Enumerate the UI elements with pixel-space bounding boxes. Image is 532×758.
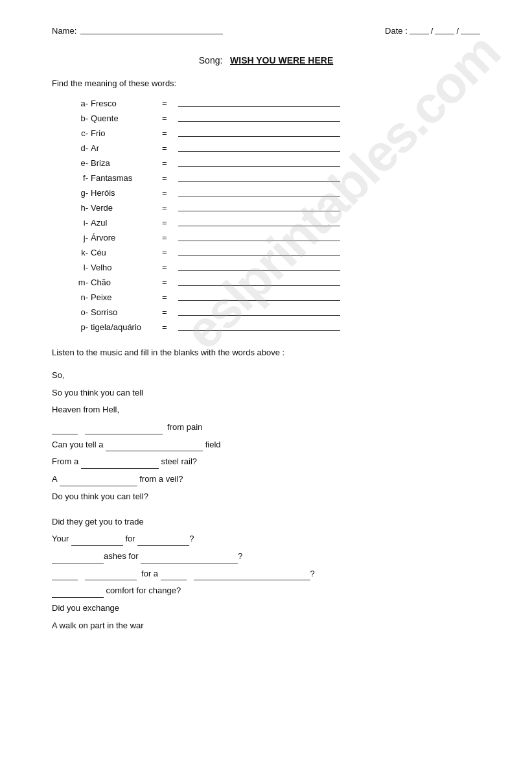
vocab-row: n- Peixe = <box>71 292 480 302</box>
vocab-letter: g- <box>71 188 91 198</box>
vocab-answer-line[interactable] <box>178 330 340 331</box>
vocab-word: Heróis <box>91 188 162 198</box>
lyrics-section: So, So you think you can tell Heaven fro… <box>52 368 480 634</box>
lyric-line: for a ? <box>52 566 480 582</box>
vocab-answer-line[interactable] <box>178 181 340 182</box>
vocab-word: Peixe <box>91 292 162 302</box>
vocab-word: Frio <box>91 128 162 138</box>
vocab-row: o- Sorriso = <box>71 307 480 317</box>
lyric-blank[interactable] <box>85 580 137 580</box>
vocab-row: p- tigela/aquário = <box>71 322 480 332</box>
date-label: Date : <box>385 26 408 36</box>
lyric-line: From a steel rail? <box>52 454 480 470</box>
vocab-word: Chão <box>91 278 162 287</box>
vocab-equals: = <box>162 113 178 123</box>
vocab-answer-line[interactable] <box>178 166 340 167</box>
vocab-letter: d- <box>71 143 91 153</box>
lyric-blank[interactable] <box>141 563 238 563</box>
vocab-letter: m- <box>71 278 91 287</box>
lyric-line: Can you tell a field <box>52 437 480 453</box>
lyric-blank[interactable] <box>52 434 78 434</box>
vocab-answer-line[interactable] <box>178 196 340 196</box>
vocab-row: h- Verde = <box>71 203 480 213</box>
vocab-equals: = <box>162 248 178 257</box>
vocab-answer-line[interactable] <box>178 300 340 301</box>
lyric-line: So, <box>52 368 480 384</box>
vocab-letter: h- <box>71 203 91 213</box>
vocab-word: Azul <box>91 218 162 228</box>
vocab-row: m- Chão = <box>71 278 480 287</box>
vocab-row: j- Árvore = <box>71 233 480 243</box>
vocab-equals: = <box>162 292 178 302</box>
vocab-row: l- Velho = <box>71 263 480 272</box>
vocab-word: Quente <box>91 113 162 123</box>
vocab-equals: = <box>162 233 178 243</box>
lyric-blank[interactable] <box>85 434 163 434</box>
lyric-blank[interactable] <box>161 580 187 580</box>
vocab-letter: a- <box>71 99 91 108</box>
lyric-blank[interactable] <box>106 451 203 451</box>
lyric-line: comfort for change? <box>52 583 480 599</box>
vocab-answer-line[interactable] <box>178 136 340 137</box>
lyric-blank[interactable] <box>81 468 159 469</box>
vocab-answer-line[interactable] <box>178 226 340 226</box>
lyric-blank[interactable] <box>71 545 123 546</box>
lyric-line: So you think you can tell <box>52 385 480 401</box>
date-field: Date : / / <box>385 26 480 36</box>
vocab-row: k- Céu = <box>71 248 480 257</box>
vocab-word: Céu <box>91 248 162 257</box>
vocab-equals: = <box>162 188 178 198</box>
date-slash1: / <box>431 26 434 36</box>
vocab-letter: n- <box>71 292 91 302</box>
vocab-word: Árvore <box>91 233 162 243</box>
vocab-answer-line[interactable] <box>178 285 340 286</box>
vocab-equals: = <box>162 218 178 228</box>
lyric-line: Did they get you to trade <box>52 514 480 530</box>
vocab-row: i- Azul = <box>71 218 480 228</box>
vocab-equals: = <box>162 158 178 168</box>
vocab-answer-line[interactable] <box>178 106 340 107</box>
date-month[interactable] <box>435 34 454 34</box>
vocab-row: c- Frio = <box>71 128 480 138</box>
vocab-answer-line[interactable] <box>178 315 340 316</box>
lyric-blank[interactable] <box>52 580 78 580</box>
vocab-letter: l- <box>71 263 91 272</box>
lyric-blank[interactable] <box>194 580 310 580</box>
lyric-line: Do you think you can tell? <box>52 489 480 505</box>
date-day[interactable] <box>410 34 429 34</box>
date-year[interactable] <box>461 34 480 34</box>
lyric-blank[interactable] <box>52 597 104 598</box>
vocab-equals: = <box>162 278 178 287</box>
vocab-equals: = <box>162 307 178 317</box>
lyric-blank[interactable] <box>60 486 137 486</box>
vocab-letter: e- <box>71 158 91 168</box>
lyric-line: Heaven from Hell, <box>52 402 480 418</box>
vocab-equals: = <box>162 322 178 332</box>
vocab-equals: = <box>162 99 178 108</box>
vocab-answer-line[interactable] <box>178 151 340 152</box>
vocab-row: g- Heróis = <box>71 188 480 198</box>
vocab-answer-line[interactable] <box>178 255 340 256</box>
vocab-answer-line[interactable] <box>178 241 340 241</box>
vocab-answer-line[interactable] <box>178 211 340 211</box>
vocab-table: a- Fresco = b- Quente = c- Frio = d- Ar … <box>71 99 480 332</box>
vocab-row: b- Quente = <box>71 113 480 123</box>
song-title-area: Song: WISH YOU WERE HERE <box>52 55 480 65</box>
lyric-line: ashes for ? <box>52 549 480 565</box>
lyric-blank[interactable] <box>52 563 104 563</box>
lyric-line: A from a veil? <box>52 471 480 488</box>
vocab-row: f- Fantasmas = <box>71 173 480 183</box>
vocab-row: a- Fresco = <box>71 99 480 108</box>
lyric-line: Did you exchange <box>52 600 480 617</box>
listen-instruction: Listen to the music and fill in the blan… <box>52 348 480 357</box>
vocab-letter: p- <box>71 322 91 332</box>
vocab-answer-line[interactable] <box>178 270 340 271</box>
vocab-letter: f- <box>71 173 91 183</box>
vocab-answer-line[interactable] <box>178 121 340 122</box>
vocab-letter: c- <box>71 128 91 138</box>
name-underline[interactable] <box>80 34 223 34</box>
date-slash2: / <box>456 26 459 36</box>
lyric-blank[interactable] <box>137 545 189 546</box>
vocab-word: Sorriso <box>91 307 162 317</box>
vocab-row: d- Ar = <box>71 143 480 153</box>
